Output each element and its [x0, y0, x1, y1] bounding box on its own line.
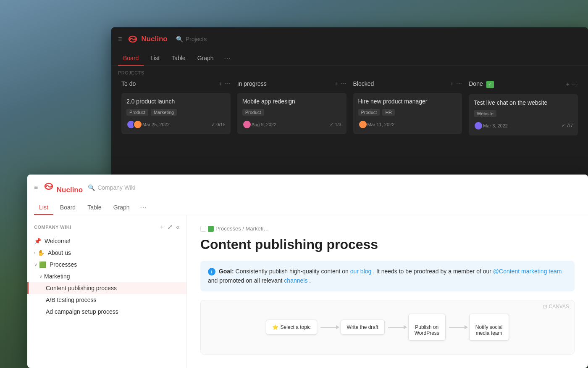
todo-add-icon[interactable]: + — [219, 80, 222, 87]
card-date: Mar 25, 2022 — [142, 122, 170, 127]
sidebar-item-marketing[interactable]: ∨ Marketing — [27, 270, 186, 282]
card-mobile-redesign[interactable]: Mobile app redesign Product Aug 9, 2022 … — [237, 93, 346, 134]
star-icon: ⭐ — [272, 324, 278, 330]
light-tab-table[interactable]: Table — [82, 201, 106, 215]
sidebar-item-content-publishing[interactable]: Content publishing process — [27, 282, 186, 294]
sidebar-actions: + ⤢ « — [160, 223, 180, 231]
light-content-area: COMPANY WIKI + ⤢ « 📌 Welcome! › ✋ About … — [27, 215, 588, 368]
svg-point-2 — [134, 38, 136, 40]
light-tab-list[interactable]: List — [34, 201, 53, 215]
card-live-chat[interactable]: Test live chat on the website Website Ma… — [469, 94, 578, 135]
sidebar-header: COMPANY WIKI + ⤢ « — [27, 220, 186, 233]
done-badge: ✓ — [486, 81, 494, 88]
dark-search-icon: 🔍 — [176, 36, 183, 42]
done-add-icon[interactable]: + — [566, 81, 570, 87]
sidebar-collapse-button[interactable]: « — [176, 223, 180, 231]
content-team-link[interactable]: @Content marketing team — [493, 268, 562, 275]
processes-chevron-icon: ∨ — [34, 262, 37, 267]
column-actions-blocked: + ⋯ — [450, 80, 462, 87]
goal-text-4: . — [309, 277, 311, 284]
flow-arrow-1 — [317, 327, 341, 328]
dark-tab-list[interactable]: List — [145, 51, 165, 66]
sidebar-item-marketing-label: Marketing — [44, 273, 174, 280]
light-hamburger-icon[interactable]: ≡ — [34, 184, 38, 191]
dark-title-bar: ≡ Nuclino 🔍 Projects — [111, 27, 588, 51]
flow-node-notify: Notify socialmedia team — [469, 314, 509, 341]
card-live-title: Test live chat on the website — [474, 99, 573, 106]
flow-node-draft-label: Write the draft — [347, 324, 378, 330]
light-tab-board[interactable]: Board — [55, 201, 81, 215]
column-header-inprogress: In progress + ⋯ — [237, 78, 346, 90]
card-hire-footer: Mar 11, 2022 — [358, 120, 457, 129]
svg-point-5 — [50, 185, 52, 187]
light-search-icon: 🔍 — [88, 184, 95, 191]
hamburger-icon[interactable]: ≡ — [118, 35, 122, 43]
card-product-launch-title: 2.0 product launch — [126, 98, 226, 105]
sidebar-item-about-us[interactable]: › ✋ About us — [27, 247, 186, 259]
flow-node-select: ⭐ Select a topic — [266, 320, 317, 335]
svg-point-4 — [45, 185, 47, 187]
nuclino-brain-logo — [127, 33, 139, 45]
card-product-launch-footer: Mar 25, 2022 ✓ 0/15 — [126, 120, 226, 129]
blocked-add-icon[interactable]: + — [450, 80, 454, 87]
page-title: Content publishing process — [200, 237, 575, 252]
sidebar-item-welcome[interactable]: 📌 Welcome! — [27, 235, 186, 247]
avatar-group-2 — [242, 120, 249, 129]
avatar-5 — [474, 121, 483, 130]
sidebar-expand-button[interactable]: ⤢ — [167, 223, 173, 231]
sidebar-add-button[interactable]: + — [160, 223, 164, 231]
column-title-done: Done ✓ — [469, 80, 494, 88]
dark-app-name: Nuclino — [141, 35, 167, 43]
hand-icon: ✋ — [37, 249, 45, 256]
sidebar-item-ad-campaign[interactable]: Ad campaign setup process — [27, 306, 186, 318]
sidebar-item-processes-label: Processes — [50, 261, 174, 268]
avatar-3 — [242, 120, 252, 129]
sidebar-section-label: COMPANY WIKI — [34, 225, 71, 230]
canvas-label: ⊡ CANVAS — [543, 304, 569, 310]
light-logo-area: Nuclino — [43, 180, 83, 194]
done-more-icon[interactable]: ⋯ — [572, 81, 578, 87]
dark-app-window: ≡ Nuclino 🔍 Projects Board List Table Gr… — [111, 27, 588, 179]
dark-search-area[interactable]: 🔍 Projects — [176, 36, 207, 42]
sidebar-item-processes[interactable]: ∨ 🟩 Processes — [27, 259, 186, 270]
card-live-meta: Mar 3, 2022 — [474, 121, 508, 130]
breadcrumb: Processes / Marketi… — [200, 225, 575, 232]
light-search-area[interactable]: 🔍 Company Wiki — [88, 184, 135, 191]
column-title-todo: To do — [121, 80, 136, 87]
flow-node-notify-label: Notify socialmedia team — [475, 324, 503, 336]
canvas-container: ⊡ CANVAS ⭐ Select a topic Write the draf… — [200, 300, 575, 355]
inprogress-add-icon[interactable]: + — [334, 80, 338, 87]
card-mobile-footer: Aug 9, 2022 ✓ 1/3 — [242, 120, 341, 129]
card-hire-pm[interactable]: Hire new product manager Product HR Mar … — [353, 93, 462, 134]
light-tab-graph[interactable]: Graph — [108, 201, 135, 215]
canvas-icon: ⊡ — [543, 304, 547, 310]
column-actions-inprogress: + ⋯ — [334, 80, 346, 87]
sidebar-item-ab-label: A/B testing process — [46, 297, 180, 303]
our-blog-link[interactable]: our blog — [350, 268, 372, 275]
card-hire-meta: Mar 11, 2022 — [358, 120, 395, 129]
card-mobile-title: Mobile app redesign — [242, 98, 341, 105]
pin-icon: 📌 — [34, 238, 41, 244]
goal-text-3: and promoted on all relevant — [208, 277, 284, 284]
dark-tab-board[interactable]: Board — [118, 51, 144, 66]
flow-node-publish: Publish onWordPress — [408, 314, 446, 341]
dark-tab-graph[interactable]: Graph — [192, 51, 219, 66]
card-product-launch[interactable]: 2.0 product launch Product Marketing Mar… — [121, 93, 231, 134]
light-app-name: Nuclino — [57, 186, 83, 194]
blocked-more-icon[interactable]: ⋯ — [456, 80, 462, 87]
light-search-text: Company Wiki — [97, 184, 135, 191]
dark-board-columns: To do + ⋯ 2.0 product launch Product Mar… — [111, 78, 588, 135]
light-more-icon[interactable]: ⋯ — [136, 200, 150, 215]
todo-more-icon[interactable]: ⋯ — [225, 80, 231, 87]
column-title-inprogress: In progress — [237, 80, 267, 87]
column-header-todo: To do + ⋯ — [121, 78, 231, 90]
sidebar-item-ab-testing[interactable]: A/B testing process — [27, 294, 186, 306]
dark-tab-table[interactable]: Table — [166, 51, 190, 66]
goal-label: Goal: — [219, 268, 234, 275]
dark-more-icon[interactable]: ⋯ — [220, 51, 234, 66]
inprogress-more-icon[interactable]: ⋯ — [341, 80, 346, 87]
light-app-window: ≡ Nuclino 🔍 Company Wiki List Board Tabl… — [27, 175, 588, 368]
tag-product-2: Product — [242, 109, 264, 116]
channels-link[interactable]: channels — [284, 277, 307, 284]
tag-product-3: Product — [358, 109, 380, 116]
